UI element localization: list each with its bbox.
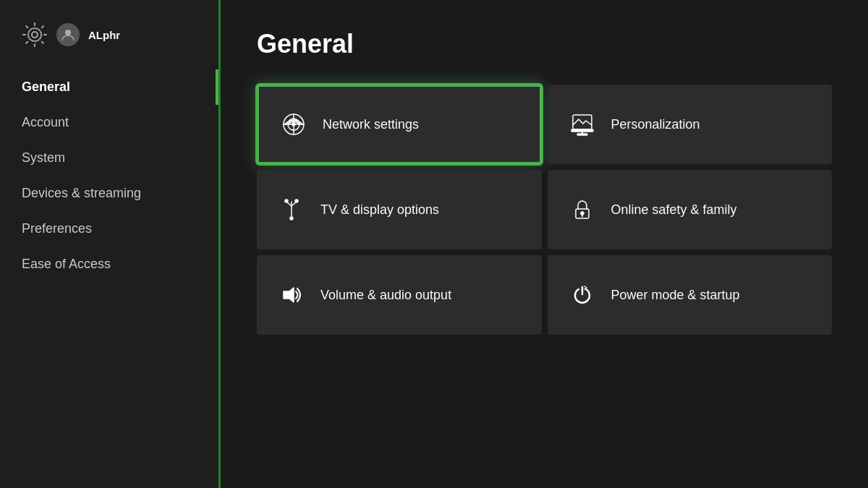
online-safety-label: Online safety & family: [611, 202, 737, 218]
username: ALphr: [88, 29, 120, 41]
sidebar-item-ease-of-access[interactable]: Ease of Access: [0, 247, 218, 282]
sidebar-item-system[interactable]: System: [0, 140, 218, 176]
volume-audio-label: Volume & audio output: [320, 288, 451, 303]
svg-point-2: [65, 30, 71, 35]
main-content: General Network settings: [221, 0, 868, 488]
user-profile: ALphr: [0, 22, 218, 69]
volume-audio-tile[interactable]: Volume & audio output: [257, 255, 542, 335]
network-settings-label: Network settings: [323, 117, 419, 132]
power-mode-tile[interactable]: Power mode & startup: [548, 255, 833, 335]
settings-grid: Network settings Personalization: [257, 85, 832, 335]
svg-point-17: [290, 217, 293, 220]
tv-display-tile[interactable]: TV & display options: [257, 170, 542, 249]
lock-icon: [568, 195, 597, 224]
svg-point-16: [295, 200, 298, 202]
volume-icon: [277, 281, 306, 309]
gear-icon: [22, 22, 48, 48]
page-title: General: [257, 29, 832, 59]
sidebar-item-preferences[interactable]: Preferences: [0, 211, 218, 247]
tv-icon: [277, 195, 306, 224]
personalization-tile[interactable]: Personalization: [548, 85, 833, 164]
sidebar-item-devices-streaming[interactable]: Devices & streaming: [0, 176, 218, 211]
sidebar-item-account[interactable]: Account: [0, 105, 218, 140]
svg-point-15: [285, 200, 288, 202]
tv-display-label: TV & display options: [320, 202, 439, 218]
avatar: [56, 23, 80, 46]
online-safety-tile[interactable]: Online safety & family: [548, 170, 833, 249]
power-icon: [568, 281, 597, 309]
personalization-label: Personalization: [611, 117, 700, 132]
sidebar: ALphr General Account System Devices & s…: [0, 0, 221, 488]
sidebar-item-general[interactable]: General: [0, 69, 218, 105]
svg-rect-11: [577, 134, 587, 135]
network-settings-tile[interactable]: Network settings: [257, 85, 542, 164]
nav-menu: General Account System Devices & streami…: [0, 69, 218, 282]
network-icon: [279, 110, 308, 139]
svg-point-1: [28, 28, 41, 41]
power-mode-label: Power mode & startup: [611, 288, 740, 303]
svg-marker-21: [284, 288, 294, 302]
personalization-icon: [568, 110, 597, 139]
svg-point-0: [32, 32, 38, 38]
